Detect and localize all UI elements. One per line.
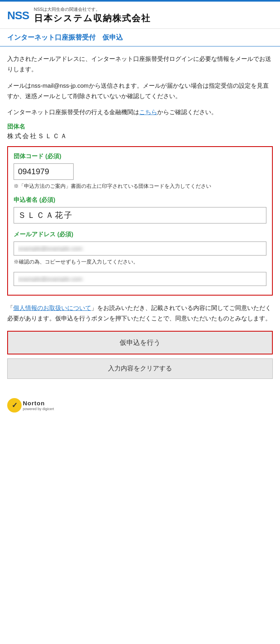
header-logo-text: NSSは大同生命の関連会社です。 日本システム収納株式会社 bbox=[34, 6, 151, 24]
page-title-bar: インターネット口座振替受付 仮申込 bbox=[0, 29, 280, 46]
intro-paragraph-3: インターネット口座振替受付の行える金融機関はこちらからご確認ください。 bbox=[7, 107, 273, 117]
group-code-note: ※「申込方法のご案内」書面の右上に印字されている団体コードを入力してください bbox=[14, 182, 266, 191]
norton-sub: powered by digicert bbox=[23, 407, 54, 411]
clear-button[interactable]: 入力内容をクリアする bbox=[7, 358, 273, 379]
group-code-label: 団体コード (必須) bbox=[14, 153, 266, 160]
privacy-prefix: 「 bbox=[7, 304, 13, 311]
org-label: 団体名 bbox=[7, 123, 273, 131]
company-name: 日本システム収納株式会社 bbox=[34, 12, 151, 24]
email-confirm-input[interactable] bbox=[14, 272, 266, 286]
header: NSS NSSは大同生命の関連会社です。 日本システム収納株式会社 bbox=[0, 2, 280, 29]
intro-p3-suffix: からご確認ください。 bbox=[157, 109, 217, 115]
page-title: インターネット口座振替受付 仮申込 bbox=[7, 34, 123, 41]
submit-button[interactable]: 仮申込を行う bbox=[7, 331, 273, 354]
email-confirm-note: ※確認の為、コピーせずもう一度入力してください。 bbox=[14, 258, 266, 266]
email-label: メールアドレス (必須) bbox=[14, 231, 266, 238]
norton-text: Norton powered by digicert bbox=[23, 400, 54, 411]
intro-p3-prefix: インターネット口座振替受付の行える金融機関は bbox=[7, 109, 139, 115]
norton-checkmark-icon: ✓ bbox=[7, 398, 22, 413]
norton-logo: ✓ Norton powered by digicert bbox=[7, 398, 54, 413]
applicant-name-label: 申込者名 (必須) bbox=[14, 196, 266, 204]
privacy-text: 「個人情報のお取扱いについて」をお読みいただき、記載されている内容に関してご同意… bbox=[7, 303, 273, 324]
norton-badge: ✓ Norton powered by digicert bbox=[0, 395, 280, 421]
applicant-name-input[interactable] bbox=[14, 207, 266, 223]
email-input[interactable] bbox=[14, 242, 266, 256]
group-code-input[interactable] bbox=[14, 163, 74, 180]
intro-paragraph-2: メールはnss-mail@nss-jp.comから送信されます。メールが届かない… bbox=[7, 80, 273, 102]
intro-paragraph-1: 入力されたメールアドレスに、インターネット口座振替受付ログインに必要な情報をメー… bbox=[7, 54, 273, 75]
form-section: 団体コード (必須) ※「申込方法のご案内」書面の右上に印字されている団体コード… bbox=[7, 146, 273, 296]
org-name: 株式会社ＳＬＣＡ bbox=[7, 132, 273, 141]
main-content: 入力されたメールアドレスに、インターネット口座振替受付ログインに必要な情報をメー… bbox=[0, 46, 280, 395]
financial-institutions-link[interactable]: こちら bbox=[139, 109, 157, 115]
header-subtitle: NSSは大同生命の関連会社です。 bbox=[34, 6, 151, 12]
nss-logo: NSS bbox=[7, 10, 29, 21]
norton-name: Norton bbox=[23, 400, 54, 407]
privacy-link[interactable]: 個人情報のお取扱いについて bbox=[13, 304, 91, 311]
